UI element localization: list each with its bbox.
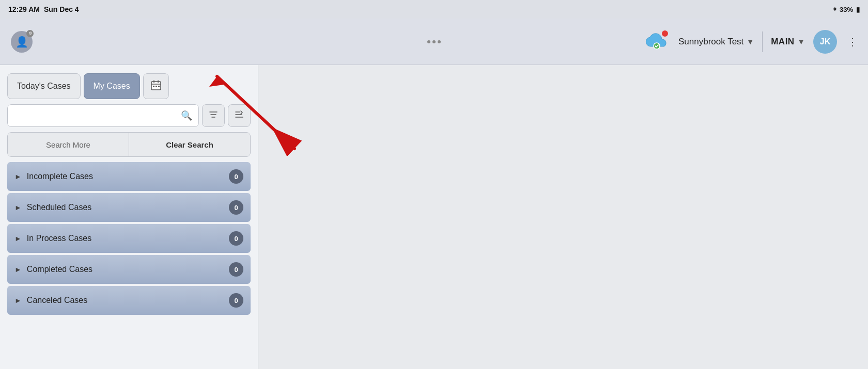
top-nav: 👤 ⚙ Sunnybrook Test ▼ MAIN ▼ (0, 19, 868, 65)
svg-rect-6 (156, 86, 157, 87)
chevron-right-icon: ► (14, 234, 22, 243)
search-icon: 🔍 (181, 110, 192, 121)
battery-icon: ▮ (856, 6, 860, 13)
case-group-label: Completed Cases (27, 265, 229, 274)
sidebar: Today's Cases My Cases (0, 65, 258, 369)
user-initials-avatar[interactable]: JK (813, 30, 837, 54)
search-row: 🔍 (7, 104, 251, 127)
dot2 (432, 40, 436, 43)
case-group-in-process[interactable]: ► In Process Cases 0 (7, 224, 251, 253)
main-selector[interactable]: MAIN ▼ (771, 37, 805, 47)
main-label: MAIN (771, 37, 794, 47)
case-count-badge: 0 (229, 293, 243, 308)
status-bar: 12:29 AM Sun Dec 4 ⌖ 33% ▮ (0, 0, 868, 19)
main-chevron-icon: ▼ (798, 38, 805, 46)
sort-icon (235, 110, 244, 122)
clear-search-button[interactable]: Clear Search (129, 133, 250, 156)
svg-rect-5 (153, 86, 154, 87)
case-group-scheduled[interactable]: ► Scheduled Cases 0 (7, 193, 251, 222)
wifi-icon: ⌖ (833, 5, 836, 13)
case-group-canceled[interactable]: ► Canceled Cases 0 (7, 286, 251, 315)
chevron-right-icon: ► (14, 203, 22, 212)
case-count-badge: 0 (229, 169, 243, 184)
chevron-right-icon: ► (14, 265, 22, 274)
case-group-completed[interactable]: ► Completed Cases 0 (7, 255, 251, 284)
search-more-button[interactable]: Search More (8, 133, 129, 156)
user-settings-button[interactable]: 👤 ⚙ (8, 28, 35, 55)
case-count-badge: 0 (229, 262, 243, 277)
case-groups: ► Incomplete Cases 0 ► Scheduled Cases 0… (7, 162, 251, 315)
nav-right: Sunnybrook Test ▼ MAIN ▼ JK ⋮ (643, 28, 860, 55)
case-count-badge: 0 (229, 231, 243, 246)
case-group-label: Canceled Cases (27, 296, 229, 305)
filter-button[interactable] (202, 104, 225, 127)
cloud-status[interactable] (643, 28, 670, 55)
chevron-right-icon: ► (14, 296, 22, 304)
tab-row: Today's Cases My Cases (7, 73, 251, 99)
search-input[interactable] (14, 111, 177, 120)
sort-button[interactable] (228, 104, 251, 127)
case-group-label: Scheduled Cases (27, 203, 229, 212)
nav-separator (762, 31, 763, 52)
user-person-icon: 👤 (16, 36, 28, 48)
chevron-right-icon: ► (14, 172, 22, 181)
svg-rect-7 (158, 86, 160, 87)
dots-menu[interactable] (427, 40, 441, 43)
settings-badge: ⚙ (26, 30, 34, 37)
cloud-alert-dot (662, 30, 668, 37)
org-selector[interactable]: Sunnybrook Test ▼ (678, 37, 754, 47)
case-count-badge: 0 (229, 200, 243, 215)
date-display: Sun Dec 4 (44, 5, 79, 13)
case-group-label: Incomplete Cases (27, 172, 229, 181)
org-name: Sunnybrook Test (678, 37, 743, 47)
case-group-label: In Process Cases (27, 234, 229, 243)
dot3 (438, 40, 441, 43)
nav-center (427, 40, 441, 43)
calendar-icon (150, 79, 162, 93)
filter-icon (209, 110, 218, 122)
main-content: Today's Cases My Cases (0, 65, 868, 369)
main-area (258, 65, 868, 369)
tab-my-cases[interactable]: My Cases (84, 73, 140, 99)
more-vert-icon: ⋮ (847, 36, 858, 47)
time-display: 12:29 AM (8, 5, 40, 13)
user-initials: JK (820, 37, 830, 46)
calendar-button[interactable] (143, 73, 169, 99)
search-actions: Search More Clear Search (7, 132, 251, 157)
battery-percentage: 33% (840, 6, 853, 13)
search-wrapper[interactable]: 🔍 (7, 104, 199, 127)
status-bar-right: ⌖ 33% ▮ (833, 5, 860, 13)
nav-left: 👤 ⚙ (8, 28, 35, 55)
user-avatar: 👤 ⚙ (11, 31, 33, 53)
dot1 (427, 40, 430, 43)
status-bar-left: 12:29 AM Sun Dec 4 (8, 5, 79, 13)
org-chevron-icon: ▼ (747, 38, 754, 46)
case-group-incomplete[interactable]: ► Incomplete Cases 0 (7, 162, 251, 191)
more-options-button[interactable]: ⋮ (845, 34, 860, 50)
tab-todays-cases[interactable]: Today's Cases (7, 73, 81, 99)
